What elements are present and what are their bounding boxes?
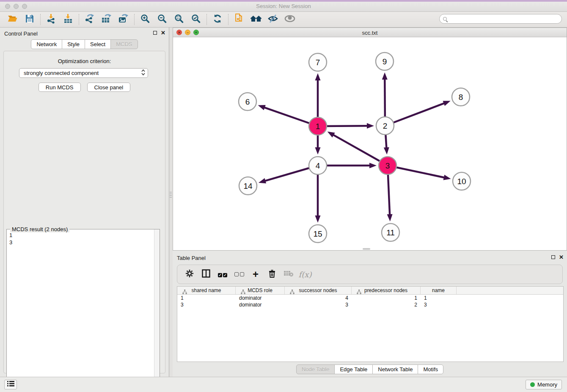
tab-network-table[interactable]: Network Table [372,364,418,374]
deselect-all-button[interactable] [234,269,245,280]
column-header-shared-name[interactable]: shared name [177,287,236,294]
column-header-predecessor-nodes[interactable]: predecessor nodes [352,287,421,294]
graph-node-6[interactable]: 6 [239,93,256,110]
network-view-window: ✕ – + scc.txt 7968124314101511 [173,28,567,251]
select-all-button[interactable]: ✓✓ [217,269,228,280]
edge-2-8[interactable] [385,103,446,126]
zoom-selected-icon [191,14,201,25]
zoom-fit-button[interactable] [171,13,187,26]
graph-node-14[interactable]: 14 [239,177,257,195]
task-history-button[interactable] [4,380,17,389]
table-row[interactable]: 1dominator411 [177,295,563,301]
save-disk-icon [25,14,35,25]
node-label: 4 [316,161,320,170]
network-overview-button[interactable] [231,13,248,26]
cell-name[interactable]: 1 [421,295,457,301]
cell-MCDS-role[interactable]: dominator [236,301,285,308]
mcds-result-scrollbar[interactable] [154,229,160,390]
open-folder-icon [7,14,18,25]
table-row[interactable]: 3dominator323 [177,301,563,308]
tab-select[interactable]: Select [85,39,111,49]
run-mcds-button[interactable]: Run MCDS [39,83,81,92]
splitter-grip[interactable] [170,192,172,198]
zoom-selected-button[interactable] [187,13,204,26]
delete-table-button[interactable] [283,269,294,280]
graph-node-2[interactable]: 2 [376,117,394,135]
import-table-button[interactable] [60,13,77,26]
node-label: 9 [383,57,387,66]
graph-node-11[interactable]: 11 [382,224,399,241]
column-header-MCDS-role[interactable]: MCDS role [236,287,285,294]
cell-successor-nodes[interactable]: 3 [285,301,352,308]
apply-layout-button[interactable] [209,13,226,26]
delete-column-button[interactable] [267,269,278,280]
optimization-criterion-select[interactable]: strongly connected component [19,68,148,78]
refresh-icon [212,14,223,25]
save-session-button[interactable] [21,13,38,26]
tab-motifs[interactable]: Motifs [418,364,443,374]
graph-node-1[interactable]: 1 [309,117,327,135]
cell-predecessor-nodes[interactable]: 1 [352,295,421,301]
zoom-in-button[interactable] [137,13,154,26]
edge-3-1[interactable] [332,134,388,166]
cell-name[interactable]: 3 [421,301,457,308]
memory-button[interactable]: Memory [526,380,562,389]
network-canvas[interactable]: 7968124314101511 [173,37,567,250]
toolbar-separator [79,14,79,25]
search-input[interactable] [449,15,561,23]
cell-predecessor-nodes[interactable]: 2 [352,301,421,308]
graph-node-3[interactable]: 3 [379,157,396,174]
graph-node-7[interactable]: 7 [309,53,327,71]
add-column-button[interactable]: + [250,269,261,280]
graph-node-10[interactable]: 10 [453,172,471,190]
tab-edge-table[interactable]: Edge Table [334,364,373,374]
cell-shared-name[interactable]: 1 [177,295,236,301]
zoom-out-button[interactable] [154,13,171,26]
checked-boxes-icon: ✓✓ [218,271,227,278]
cell-successor-nodes[interactable]: 4 [285,295,352,301]
hide-graphics-details-button[interactable] [264,13,281,26]
node-label: 6 [245,97,250,106]
gear-icon [185,269,194,279]
export-table-button[interactable] [98,13,115,26]
column-header-name[interactable]: name [421,287,457,294]
function-builder-button[interactable]: f(x) [300,269,311,280]
toolbar-search[interactable] [439,14,562,24]
close-panel-button[interactable]: Close panel [87,83,131,92]
toolbar-separator [134,14,135,25]
tab-network[interactable]: Network [31,39,62,49]
graph-node-4[interactable]: 4 [309,157,327,174]
mcds-result-box: MCDS result (2 nodes) 1 3 [6,229,160,391]
graph-node-8[interactable]: 8 [452,88,470,106]
app-titlebar: Session: New Session [0,0,567,12]
tab-style[interactable]: Style [62,39,85,49]
close-panel-icon[interactable]: ✕ [161,30,165,35]
tab-node-table[interactable]: Node Table [296,364,335,374]
select-stepper-icon [141,69,145,77]
cell-MCDS-role[interactable]: dominator [236,295,285,301]
graph-node-9[interactable]: 9 [376,52,394,70]
mcds-result-list[interactable]: 1 3 [7,231,154,390]
eye-slash-icon [267,14,278,25]
memory-label: Memory [537,381,557,388]
node-table[interactable]: shared nameMCDS rolesuccessor nodesprede… [177,286,564,362]
table-settings-button[interactable] [184,269,195,280]
cell-shared-name[interactable]: 3 [177,301,236,308]
select-value: strongly connected component [24,70,99,76]
float-panel-icon[interactable] [551,255,555,259]
close-panel-icon[interactable]: ✕ [559,255,564,259]
vertical-splitter[interactable] [169,28,173,377]
tab-mcds[interactable]: MCDS [110,39,138,49]
network-scrollbar-thumb[interactable] [363,248,370,250]
export-image-button[interactable] [115,13,132,26]
open-session-button[interactable] [4,13,21,26]
column-header-successor-nodes[interactable]: successor nodes [285,287,352,294]
show-graphics-details-button[interactable] [281,13,298,26]
home-button[interactable] [248,13,264,26]
export-network-button[interactable] [81,13,98,26]
import-network-button[interactable] [43,13,60,26]
network-window-titlebar[interactable]: ✕ – + scc.txt [173,28,567,37]
float-panel-icon[interactable] [153,31,157,35]
graph-node-15[interactable]: 15 [309,225,327,243]
column-layout-button[interactable] [201,269,212,280]
